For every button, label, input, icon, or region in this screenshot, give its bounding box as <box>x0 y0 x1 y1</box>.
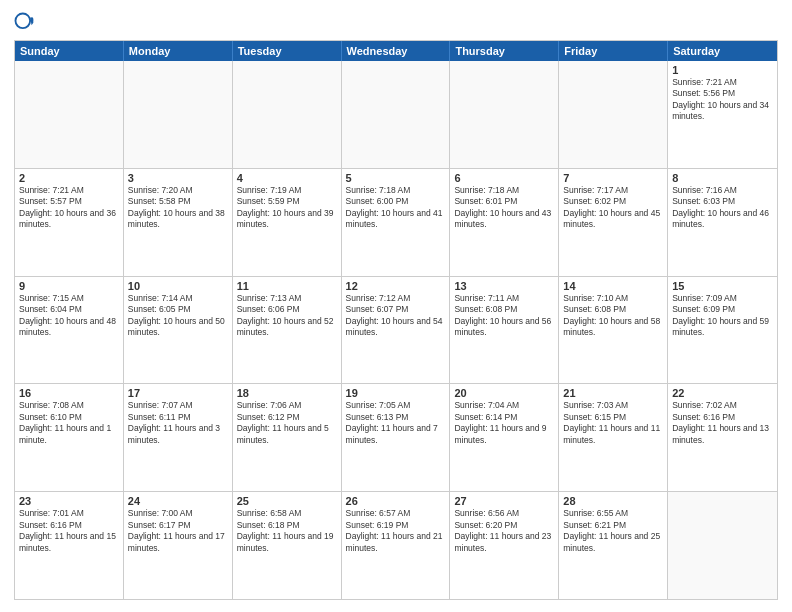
calendar-cell: 21Sunrise: 7:03 AM Sunset: 6:15 PM Dayli… <box>559 384 668 491</box>
day-number: 15 <box>672 280 773 292</box>
svg-point-0 <box>15 13 30 28</box>
calendar-cell: 28Sunrise: 6:55 AM Sunset: 6:21 PM Dayli… <box>559 492 668 599</box>
calendar-cell: 6Sunrise: 7:18 AM Sunset: 6:01 PM Daylig… <box>450 169 559 276</box>
day-number: 24 <box>128 495 228 507</box>
calendar-row: 2Sunrise: 7:21 AM Sunset: 5:57 PM Daylig… <box>15 168 777 276</box>
day-number: 27 <box>454 495 554 507</box>
day-number: 25 <box>237 495 337 507</box>
calendar-cell: 23Sunrise: 7:01 AM Sunset: 6:16 PM Dayli… <box>15 492 124 599</box>
cell-info: Sunrise: 7:17 AM Sunset: 6:02 PM Dayligh… <box>563 185 663 231</box>
cell-info: Sunrise: 7:09 AM Sunset: 6:09 PM Dayligh… <box>672 293 773 339</box>
calendar-cell: 8Sunrise: 7:16 AM Sunset: 6:03 PM Daylig… <box>668 169 777 276</box>
calendar-cell: 17Sunrise: 7:07 AM Sunset: 6:11 PM Dayli… <box>124 384 233 491</box>
logo-icon <box>14 12 36 34</box>
cell-info: Sunrise: 7:03 AM Sunset: 6:15 PM Dayligh… <box>563 400 663 446</box>
cell-info: Sunrise: 7:18 AM Sunset: 6:00 PM Dayligh… <box>346 185 446 231</box>
day-number: 11 <box>237 280 337 292</box>
calendar-row: 1Sunrise: 7:21 AM Sunset: 5:56 PM Daylig… <box>15 61 777 168</box>
day-number: 8 <box>672 172 773 184</box>
cell-info: Sunrise: 7:20 AM Sunset: 5:58 PM Dayligh… <box>128 185 228 231</box>
cell-info: Sunrise: 7:16 AM Sunset: 6:03 PM Dayligh… <box>672 185 773 231</box>
cell-info: Sunrise: 7:14 AM Sunset: 6:05 PM Dayligh… <box>128 293 228 339</box>
logo <box>14 12 38 34</box>
cell-info: Sunrise: 6:56 AM Sunset: 6:20 PM Dayligh… <box>454 508 554 554</box>
day-number: 16 <box>19 387 119 399</box>
cell-info: Sunrise: 7:18 AM Sunset: 6:01 PM Dayligh… <box>454 185 554 231</box>
day-number: 23 <box>19 495 119 507</box>
calendar-cell <box>124 61 233 168</box>
day-number: 7 <box>563 172 663 184</box>
cell-info: Sunrise: 7:00 AM Sunset: 6:17 PM Dayligh… <box>128 508 228 554</box>
calendar-row: 23Sunrise: 7:01 AM Sunset: 6:16 PM Dayli… <box>15 491 777 599</box>
day-number: 4 <box>237 172 337 184</box>
weekday-header: Saturday <box>668 41 777 61</box>
cell-info: Sunrise: 7:08 AM Sunset: 6:10 PM Dayligh… <box>19 400 119 446</box>
day-number: 26 <box>346 495 446 507</box>
cell-info: Sunrise: 7:01 AM Sunset: 6:16 PM Dayligh… <box>19 508 119 554</box>
cell-info: Sunrise: 7:21 AM Sunset: 5:56 PM Dayligh… <box>672 77 773 123</box>
calendar-cell: 27Sunrise: 6:56 AM Sunset: 6:20 PM Dayli… <box>450 492 559 599</box>
cell-info: Sunrise: 7:11 AM Sunset: 6:08 PM Dayligh… <box>454 293 554 339</box>
calendar-cell: 14Sunrise: 7:10 AM Sunset: 6:08 PM Dayli… <box>559 277 668 384</box>
calendar-cell: 5Sunrise: 7:18 AM Sunset: 6:00 PM Daylig… <box>342 169 451 276</box>
weekday-header: Sunday <box>15 41 124 61</box>
cell-info: Sunrise: 7:15 AM Sunset: 6:04 PM Dayligh… <box>19 293 119 339</box>
day-number: 17 <box>128 387 228 399</box>
calendar-row: 9Sunrise: 7:15 AM Sunset: 6:04 PM Daylig… <box>15 276 777 384</box>
calendar-cell: 24Sunrise: 7:00 AM Sunset: 6:17 PM Dayli… <box>124 492 233 599</box>
calendar-cell: 16Sunrise: 7:08 AM Sunset: 6:10 PM Dayli… <box>15 384 124 491</box>
calendar: SundayMondayTuesdayWednesdayThursdayFrid… <box>14 40 778 600</box>
calendar-cell: 10Sunrise: 7:14 AM Sunset: 6:05 PM Dayli… <box>124 277 233 384</box>
cell-info: Sunrise: 6:57 AM Sunset: 6:19 PM Dayligh… <box>346 508 446 554</box>
calendar-header: SundayMondayTuesdayWednesdayThursdayFrid… <box>15 41 777 61</box>
day-number: 6 <box>454 172 554 184</box>
day-number: 18 <box>237 387 337 399</box>
day-number: 21 <box>563 387 663 399</box>
weekday-header: Tuesday <box>233 41 342 61</box>
calendar-cell: 12Sunrise: 7:12 AM Sunset: 6:07 PM Dayli… <box>342 277 451 384</box>
calendar-cell: 19Sunrise: 7:05 AM Sunset: 6:13 PM Dayli… <box>342 384 451 491</box>
cell-info: Sunrise: 7:21 AM Sunset: 5:57 PM Dayligh… <box>19 185 119 231</box>
day-number: 1 <box>672 64 773 76</box>
day-number: 2 <box>19 172 119 184</box>
calendar-cell: 11Sunrise: 7:13 AM Sunset: 6:06 PM Dayli… <box>233 277 342 384</box>
day-number: 5 <box>346 172 446 184</box>
weekday-header: Thursday <box>450 41 559 61</box>
calendar-body: 1Sunrise: 7:21 AM Sunset: 5:56 PM Daylig… <box>15 61 777 599</box>
calendar-cell: 26Sunrise: 6:57 AM Sunset: 6:19 PM Dayli… <box>342 492 451 599</box>
cell-info: Sunrise: 7:05 AM Sunset: 6:13 PM Dayligh… <box>346 400 446 446</box>
day-number: 12 <box>346 280 446 292</box>
day-number: 10 <box>128 280 228 292</box>
calendar-cell <box>15 61 124 168</box>
calendar-cell <box>342 61 451 168</box>
calendar-cell <box>668 492 777 599</box>
calendar-cell: 18Sunrise: 7:06 AM Sunset: 6:12 PM Dayli… <box>233 384 342 491</box>
day-number: 20 <box>454 387 554 399</box>
header <box>14 12 778 34</box>
cell-info: Sunrise: 7:04 AM Sunset: 6:14 PM Dayligh… <box>454 400 554 446</box>
calendar-cell: 20Sunrise: 7:04 AM Sunset: 6:14 PM Dayli… <box>450 384 559 491</box>
calendar-cell: 25Sunrise: 6:58 AM Sunset: 6:18 PM Dayli… <box>233 492 342 599</box>
calendar-cell: 4Sunrise: 7:19 AM Sunset: 5:59 PM Daylig… <box>233 169 342 276</box>
calendar-cell: 13Sunrise: 7:11 AM Sunset: 6:08 PM Dayli… <box>450 277 559 384</box>
cell-info: Sunrise: 7:13 AM Sunset: 6:06 PM Dayligh… <box>237 293 337 339</box>
cell-info: Sunrise: 7:02 AM Sunset: 6:16 PM Dayligh… <box>672 400 773 446</box>
cell-info: Sunrise: 7:06 AM Sunset: 6:12 PM Dayligh… <box>237 400 337 446</box>
cell-info: Sunrise: 7:10 AM Sunset: 6:08 PM Dayligh… <box>563 293 663 339</box>
calendar-cell: 15Sunrise: 7:09 AM Sunset: 6:09 PM Dayli… <box>668 277 777 384</box>
cell-info: Sunrise: 7:12 AM Sunset: 6:07 PM Dayligh… <box>346 293 446 339</box>
calendar-cell: 1Sunrise: 7:21 AM Sunset: 5:56 PM Daylig… <box>668 61 777 168</box>
cell-info: Sunrise: 6:55 AM Sunset: 6:21 PM Dayligh… <box>563 508 663 554</box>
calendar-row: 16Sunrise: 7:08 AM Sunset: 6:10 PM Dayli… <box>15 383 777 491</box>
day-number: 3 <box>128 172 228 184</box>
calendar-cell: 22Sunrise: 7:02 AM Sunset: 6:16 PM Dayli… <box>668 384 777 491</box>
calendar-cell <box>559 61 668 168</box>
calendar-cell: 7Sunrise: 7:17 AM Sunset: 6:02 PM Daylig… <box>559 169 668 276</box>
day-number: 28 <box>563 495 663 507</box>
page: SundayMondayTuesdayWednesdayThursdayFrid… <box>0 0 792 612</box>
calendar-cell <box>233 61 342 168</box>
cell-info: Sunrise: 7:07 AM Sunset: 6:11 PM Dayligh… <box>128 400 228 446</box>
day-number: 14 <box>563 280 663 292</box>
cell-info: Sunrise: 6:58 AM Sunset: 6:18 PM Dayligh… <box>237 508 337 554</box>
calendar-cell: 2Sunrise: 7:21 AM Sunset: 5:57 PM Daylig… <box>15 169 124 276</box>
